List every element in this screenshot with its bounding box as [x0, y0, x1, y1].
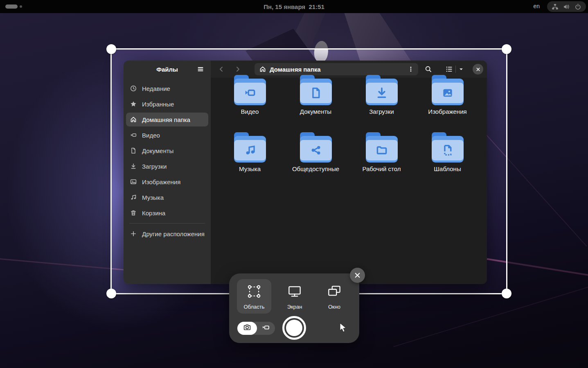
folder-item-desktop[interactable]: Рабочий стол — [349, 131, 415, 189]
trash-icon — [130, 210, 137, 216]
folder-name: Загрузки — [369, 108, 394, 115]
sidebar-item-documents[interactable]: Документы — [126, 144, 208, 158]
music-note-icon — [130, 194, 137, 201]
mouse-cursor — [339, 323, 348, 335]
folder-name: Изображения — [428, 108, 466, 115]
camera-icon — [243, 323, 252, 334]
sidebar-item-label: Видео — [142, 132, 160, 139]
sidebar-item-label: Загрузки — [142, 163, 167, 170]
folder-item-templates[interactable]: Шаблоны — [415, 131, 480, 189]
folder-name: Музыка — [239, 165, 261, 172]
mode-area-button[interactable]: Область — [237, 279, 271, 314]
folder-icon — [234, 75, 266, 105]
sidebar-item-other-locations[interactable]: Другие расположения — [126, 227, 208, 241]
sidebar-item-pictures[interactable]: Изображения — [126, 175, 208, 189]
screenshot-panel-close-button[interactable] — [350, 268, 365, 283]
photo-mode-segment[interactable] — [237, 322, 257, 335]
back-button[interactable] — [216, 64, 227, 75]
folder-icon — [432, 75, 464, 105]
folder-icon — [300, 132, 332, 163]
sidebar-item-label: Другие расположения — [142, 230, 205, 237]
download-icon — [130, 163, 137, 169]
files-main-pane: Домашняя папка — [211, 61, 487, 284]
folder-grid: Видео Документы — [217, 74, 483, 189]
share-glyph — [309, 143, 323, 157]
top-bar: Пн, 15 января 21:51 en — [0, 0, 588, 13]
area-selection-icon — [246, 283, 263, 302]
video-mode-segment[interactable] — [257, 323, 275, 334]
folder-icon — [366, 132, 398, 163]
sidebar-item-label: Избранные — [142, 101, 174, 108]
files-sidebar: Файлы Недавние Избранные Домашняя папка — [124, 61, 211, 284]
mode-label: Область — [243, 304, 264, 310]
power-icon — [574, 3, 581, 10]
document-icon — [130, 147, 137, 154]
folder-icon — [432, 132, 464, 163]
folder-item-public[interactable]: Общедоступные — [283, 131, 349, 189]
window-icon — [326, 283, 343, 302]
forward-button[interactable] — [232, 64, 243, 75]
picture-glyph — [441, 86, 455, 100]
system-tray[interactable] — [547, 1, 586, 12]
sidebar-header: Файлы — [124, 61, 211, 78]
files-window: Файлы Недавние Избранные Домашняя папка — [124, 61, 487, 284]
window-close-button[interactable] — [473, 64, 483, 75]
folder-item-documents[interactable]: Документы — [283, 74, 349, 131]
template-document-glyph — [441, 143, 455, 157]
folder-item-downloads[interactable]: Загрузки — [349, 74, 415, 131]
sidebar-divider — [129, 223, 205, 224]
download-glyph — [375, 86, 389, 100]
sidebar-item-trash[interactable]: Корзина — [126, 206, 208, 220]
sidebar-item-downloads[interactable]: Загрузки — [126, 159, 208, 173]
clock[interactable]: Пн, 15 января 21:51 — [0, 3, 588, 10]
video-camera-icon — [130, 132, 137, 138]
folder-name: Документы — [300, 108, 331, 115]
home-icon — [259, 66, 266, 72]
capture-button[interactable] — [282, 316, 306, 340]
plus-icon — [130, 230, 137, 237]
folder-item-pictures[interactable]: Изображения — [415, 74, 480, 131]
sidebar-item-starred[interactable]: Избранные — [126, 97, 208, 111]
camcorder-icon — [261, 323, 270, 334]
view-options-dropdown-button[interactable] — [458, 66, 464, 72]
sidebar-item-label: Документы — [142, 147, 173, 154]
sidebar-item-label: Корзина — [142, 210, 165, 217]
selection-handle-top-left[interactable] — [106, 44, 116, 54]
volume-icon — [563, 3, 570, 10]
selection-handle-bottom-right[interactable] — [502, 289, 511, 298]
view-group-divider — [455, 65, 456, 73]
document-glyph — [309, 86, 323, 100]
mode-label: Экран — [287, 304, 302, 310]
sidebar-footer: Другие расположения — [124, 227, 211, 241]
view-toggle-group — [446, 64, 464, 75]
capture-type-toggle[interactable] — [237, 322, 275, 335]
sidebar-item-recent[interactable]: Недавние — [126, 81, 208, 95]
search-button[interactable] — [423, 64, 434, 75]
picture-icon — [130, 178, 137, 185]
app-title: Файлы — [156, 66, 178, 73]
folder-item-music[interactable]: Музыка — [217, 131, 283, 189]
sidebar-item-label: Изображения — [142, 178, 180, 185]
folder-name: Шаблоны — [434, 165, 461, 172]
sidebar-item-home[interactable]: Домашняя папка — [126, 113, 208, 126]
path-bar[interactable]: Домашняя папка — [255, 63, 418, 75]
list-view-button[interactable] — [446, 65, 453, 73]
hamburger-menu-button[interactable] — [195, 64, 206, 75]
keyboard-layout-indicator[interactable]: en — [533, 3, 540, 9]
sidebar-item-label: Недавние — [142, 85, 170, 92]
sidebar-list: Недавние Избранные Домашняя папка Видео … — [124, 78, 211, 220]
sidebar-item-videos[interactable]: Видео — [126, 128, 208, 142]
selection-handle-top-right[interactable] — [502, 44, 511, 54]
mode-window-button[interactable]: Окно — [318, 279, 351, 314]
screen-icon — [286, 283, 303, 302]
selection-handle-bottom-left[interactable] — [106, 289, 116, 298]
location-menu-button[interactable] — [406, 64, 416, 74]
mode-screen-button[interactable]: Экран — [278, 279, 311, 314]
clock-icon — [130, 85, 137, 92]
folder-name: Рабочий стол — [362, 165, 401, 172]
mode-label: Окно — [328, 304, 340, 310]
current-location-label: Домашняя папка — [270, 66, 406, 73]
sidebar-item-music[interactable]: Музыка — [126, 190, 208, 204]
home-icon — [130, 116, 137, 123]
folder-item-videos[interactable]: Видео — [217, 74, 283, 131]
